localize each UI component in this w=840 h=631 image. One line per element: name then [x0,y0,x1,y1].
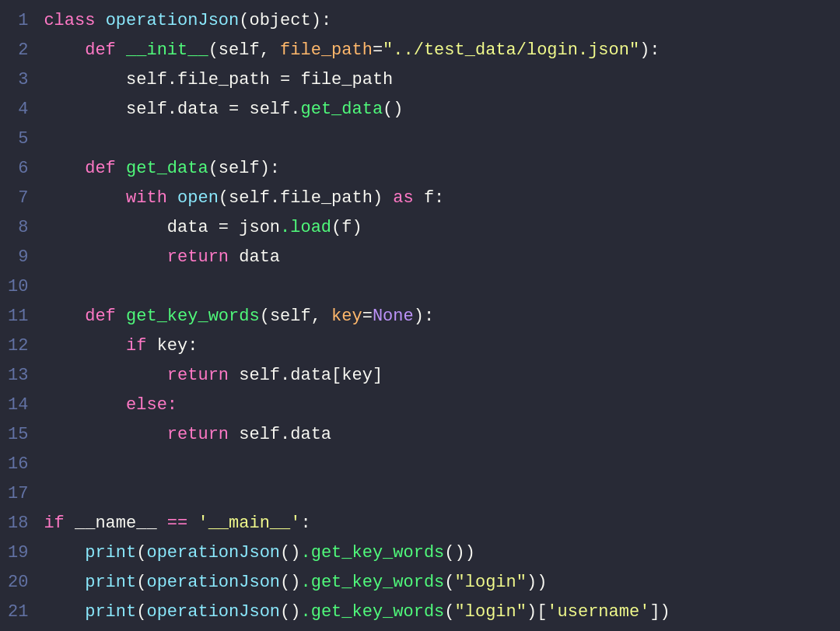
line-number-14: 14 [8,391,28,420]
line-number-13: 13 [8,361,28,391]
line-number-5: 5 [8,124,28,154]
code-line-9: return data [44,243,824,272]
line-number-18: 18 [8,509,28,538]
code-line-4: self.data = self.get_data() [44,95,824,124]
code-line-13: return self.data[key] [44,361,824,391]
code-line-12: if key: [44,331,824,361]
code-line-16 [44,450,824,479]
code-content: class operationJson(object): def __init_… [44,6,840,627]
line-number-17: 17 [8,479,28,509]
line-number-3: 3 [8,65,28,95]
line-number-19: 19 [8,538,28,568]
line-number-9: 9 [8,243,28,272]
code-line-20: print(operationJson().get_key_words("log… [44,568,824,598]
code-line-6: def get_data(self): [44,154,824,184]
code-line-18: if __name__ == '__main__': [44,509,824,538]
line-number-6: 6 [8,154,28,184]
line-number-1: 1 [8,6,28,36]
line-number-21: 21 [8,598,28,627]
line-number-4: 4 [8,95,28,124]
code-line-10 [44,272,824,302]
line-number-2: 2 [8,36,28,65]
code-line-11: def get_key_words(self, key=None): [44,302,824,331]
line-number-8: 8 [8,213,28,243]
line-number-20: 20 [8,568,28,598]
code-line-14: else: [44,391,824,420]
line-number-12: 12 [8,331,28,361]
code-line-5 [44,124,824,154]
code-line-7: with open(self.file_path) as f: [44,184,824,213]
code-line-17 [44,479,824,509]
code-line-21: print(operationJson().get_key_words("log… [44,598,824,627]
code-editor: 123456789101112131415161718192021 class … [0,0,840,631]
code-line-1: class operationJson(object): [44,6,824,36]
code-line-2: def __init__(self, file_path="../test_da… [44,36,824,65]
line-number-10: 10 [8,272,28,302]
code-line-15: return self.data [44,420,824,450]
line-number-15: 15 [8,420,28,450]
line-number-11: 11 [8,302,28,331]
line-number-7: 7 [8,184,28,213]
code-line-8: data = json.load(f) [44,213,824,243]
line-number-16: 16 [8,450,28,479]
code-line-3: self.file_path = file_path [44,65,824,95]
line-numbers: 123456789101112131415161718192021 [0,6,44,627]
code-line-19: print(operationJson().get_key_words()) [44,538,824,568]
